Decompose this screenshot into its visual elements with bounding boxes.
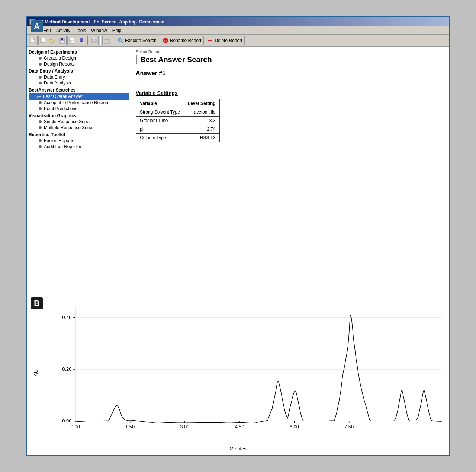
var-value: acetonitrile <box>184 108 219 117</box>
table-row: Gradient Time 8.3 <box>136 117 220 125</box>
tree-item-audit-log[interactable]: └ Audit Log Reporter <box>29 144 129 150</box>
svg-rect-11 <box>70 39 73 39</box>
chart-area: AU Minutes 0.40 0.20 0.00 <box>27 291 449 455</box>
category-reporting: Reporting Toolkit <box>29 132 129 137</box>
toolbar-separator-3 <box>113 36 113 45</box>
col-level-setting: Level Setting <box>184 99 219 108</box>
tree-item-multiple-response[interactable]: └ Multiple Response Series <box>29 125 129 131</box>
tree-item-data-analysis[interactable]: └ Data Analysis <box>29 80 129 86</box>
tree-item-data-entry[interactable]: └ Data Entry <box>29 74 129 80</box>
tree-item-best-overall[interactable]: A Best Overall Answer <box>29 93 129 100</box>
table-button[interactable] <box>102 36 111 45</box>
rename-report-button[interactable]: R Rename Report <box>160 36 204 45</box>
svg-text:7.50: 7.50 <box>344 424 354 430</box>
panel-a-label: A <box>31 20 43 32</box>
category-data: Data Entry / Analysis <box>29 68 129 74</box>
table-row: pH 2.74 <box>136 125 220 134</box>
toolbar-separator-2 <box>100 36 101 45</box>
category-visualization: Visualization Graphics <box>29 113 129 118</box>
svg-text:0.00: 0.00 <box>62 418 71 424</box>
tree-item-single-response[interactable]: └ Single Response Series <box>29 119 129 125</box>
svg-rect-12 <box>70 40 73 41</box>
svg-rect-8 <box>61 38 63 40</box>
panel-b-label: B <box>31 297 43 309</box>
svg-text:1.50: 1.50 <box>125 424 135 430</box>
right-panel: Select Report Best Answer Search Answer … <box>131 47 449 293</box>
svg-rect-17 <box>104 38 109 43</box>
toolbar-separator-1 <box>87 36 88 45</box>
bullet-icon <box>39 126 42 129</box>
table-row: Strong Solvent Type acetonitrile <box>136 108 220 117</box>
toolbar: A Execute Search R Rename Report Delete … <box>27 35 449 47</box>
select-report-label: Select Report <box>136 50 444 54</box>
menu-tools[interactable]: Tools <box>73 28 88 34</box>
menu-bar: File Edit Activity Tools Window Help <box>27 26 449 35</box>
svg-rect-9 <box>60 41 64 43</box>
tree-item-fusion-reporter[interactable]: └ Fusion Reporter <box>29 138 129 144</box>
svg-text:0.20: 0.20 <box>62 366 71 372</box>
svg-rect-13 <box>70 41 72 42</box>
bookmark-button[interactable] <box>77 36 86 45</box>
bullet-icon <box>39 107 42 110</box>
svg-text:0.40: 0.40 <box>62 315 71 320</box>
tree-item-create-design[interactable]: └ Create a Design <box>29 55 129 61</box>
answer-heading: Answer #1 <box>136 70 444 77</box>
menu-edit[interactable]: Edit <box>41 28 53 34</box>
svg-text:4.50: 4.50 <box>235 424 244 430</box>
left-panel: Design of Experiments └ Create a Design … <box>27 47 131 293</box>
svg-text:R: R <box>164 39 167 42</box>
var-name: Column Type <box>136 134 184 142</box>
x-axis-label: Minutes <box>229 446 247 452</box>
svg-text:A: A <box>36 95 38 98</box>
menu-activity[interactable]: Activity <box>54 28 73 34</box>
print-button[interactable] <box>90 36 99 45</box>
var-value: 8.3 <box>184 117 219 125</box>
bullet-icon <box>39 63 42 66</box>
new-button[interactable] <box>29 36 38 45</box>
bullet-icon <box>39 139 42 142</box>
bookmarks-button[interactable] <box>67 36 76 45</box>
var-name: Gradient Time <box>136 117 184 125</box>
bullet-icon <box>39 145 42 148</box>
open-button[interactable] <box>48 36 57 45</box>
save-button[interactable] <box>58 36 67 45</box>
var-value: 2.74 <box>184 125 219 134</box>
bullet-icon <box>39 76 42 79</box>
main-content: Design of Experiments └ Create a Design … <box>27 47 449 293</box>
panel-b: AU Minutes 0.40 0.20 0.00 <box>27 291 449 455</box>
svg-text:3.00: 3.00 <box>180 424 189 430</box>
var-value: HSS T3 <box>184 134 219 142</box>
execute-search-button[interactable]: A Execute Search <box>115 36 159 45</box>
variable-settings-table: Variable Level Setting Strong Solvent Ty… <box>136 99 220 142</box>
variable-settings-heading: Variable Settings <box>136 90 444 96</box>
open-template-button[interactable] <box>38 36 47 45</box>
chart-svg: 0.40 0.20 0.00 0.00 1.50 3.00 <box>46 299 453 447</box>
tree-item-design-reports[interactable]: └ Design Reports <box>29 61 129 67</box>
menu-help[interactable]: Help <box>110 28 124 34</box>
title-bar: LC Method Development - Fn_Screen_Asp Im… <box>27 17 449 26</box>
menu-window[interactable]: Window <box>89 28 109 34</box>
svg-text:0.00: 0.00 <box>71 424 80 430</box>
category-doe: Design of Experiments <box>29 50 129 55</box>
panel-a: LC Method Development - Fn_Screen_Asp Im… <box>27 17 449 293</box>
var-name: pH <box>136 125 184 134</box>
svg-text:6.00: 6.00 <box>290 424 299 430</box>
svg-rect-16 <box>93 41 96 43</box>
svg-rect-15 <box>93 38 96 40</box>
col-variable: Variable <box>136 99 184 108</box>
bullet-icon <box>39 57 42 60</box>
bullet-icon <box>39 101 42 104</box>
report-title: Best Answer Search <box>136 55 444 64</box>
tree-item-acceptable-perf[interactable]: └ Acceptable Performance Region <box>29 100 129 106</box>
window-title: LC Method Development - Fn_Screen_Asp Im… <box>38 19 164 25</box>
bullet-icon <box>39 82 42 84</box>
svg-text:A: A <box>119 39 120 41</box>
category-best-answer: BestAnswer Searches <box>29 87 129 93</box>
y-axis-label: AU <box>33 370 39 376</box>
bullet-icon <box>39 120 42 123</box>
tree-item-point-predictions[interactable]: └ Point Predictions <box>29 106 129 112</box>
svg-line-22 <box>121 41 123 43</box>
delete-report-button[interactable]: Delete Report <box>205 36 245 45</box>
table-row: Column Type HSS T3 <box>136 134 220 142</box>
svg-rect-6 <box>41 38 45 42</box>
